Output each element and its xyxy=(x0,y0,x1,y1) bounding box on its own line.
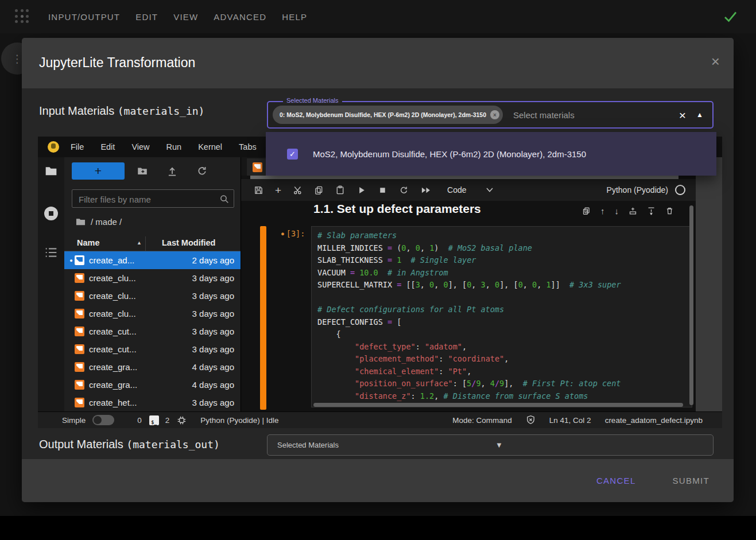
submit-button[interactable]: SUBMIT xyxy=(669,475,713,486)
file-row[interactable]: create_clu...3 days ago xyxy=(64,269,241,287)
code-line: # Slab parameters xyxy=(317,230,686,242)
file-row[interactable]: create_gra...4 days ago xyxy=(64,358,241,376)
code-cell[interactable]: # Slab parametersMILLER_INDICES = (0, 0,… xyxy=(311,226,692,407)
input-materials-label: Input Materials (materials_in) xyxy=(39,104,204,118)
jupyter-menu-run[interactable]: Run xyxy=(166,142,182,151)
duplicate-cell-icon[interactable] xyxy=(582,207,591,215)
jupyterlite-transformation-dialog: JupyterLite Transformation × Input Mater… xyxy=(22,38,734,502)
file-row[interactable]: create_clu...3 days ago xyxy=(64,305,241,323)
horizontal-scrollbar[interactable] xyxy=(313,403,683,407)
breadcrumb[interactable]: / made / xyxy=(76,217,122,227)
run-icon[interactable] xyxy=(356,185,366,195)
notebook-file-icon xyxy=(75,291,84,301)
stop-icon[interactable] xyxy=(378,185,387,195)
cut-icon[interactable] xyxy=(293,185,303,195)
file-row[interactable]: create_cut...3 days ago xyxy=(64,340,241,358)
notebook-file-icon xyxy=(75,273,84,283)
insert-cell-below-icon[interactable] xyxy=(647,207,656,215)
filter-files-input[interactable] xyxy=(77,191,218,207)
running-dot-icon: ● xyxy=(68,258,75,263)
notebook-file-icon xyxy=(75,398,84,407)
screen: INPUT/OUTPUTEDITVIEWADVANCEDHELP ⋮ Jupyt… xyxy=(0,0,756,540)
terminal-icon[interactable]: $_ xyxy=(149,415,159,425)
file-browser-icon[interactable] xyxy=(44,164,58,178)
move-cell-down-icon[interactable]: ↓ xyxy=(615,207,619,215)
jupyter-menu-edit[interactable]: Edit xyxy=(100,142,115,151)
kernel-status-text[interactable]: Python (Pyodide) | Idle xyxy=(200,416,278,425)
jupyter-menu-kernel[interactable]: Kernel xyxy=(198,142,222,151)
refresh-icon[interactable] xyxy=(196,165,208,177)
table-of-contents-icon[interactable] xyxy=(44,246,58,259)
file-list-header: Name ▲ Last Modified xyxy=(64,236,241,251)
paste-icon[interactable] xyxy=(335,185,345,195)
notebook-file-icon xyxy=(75,362,84,372)
output-materials-select[interactable]: Selected Materials ▼ xyxy=(267,434,714,456)
chevron-down-icon xyxy=(486,188,493,192)
new-folder-icon[interactable] xyxy=(137,165,148,177)
file-name: create_gra... xyxy=(89,380,192,390)
upload-icon[interactable] xyxy=(166,165,178,177)
move-cell-up-icon[interactable]: ↑ xyxy=(600,207,605,215)
notebook-file-icon xyxy=(75,255,84,265)
kernels-count[interactable]: 2 xyxy=(165,416,170,425)
jupyter-menu-view[interactable]: View xyxy=(131,142,149,151)
code-line: # Defect configurations for all Pt atoms xyxy=(317,304,686,316)
file-row[interactable]: create_het...3 days ago xyxy=(64,394,241,411)
chip-delete-icon[interactable]: × xyxy=(490,110,499,119)
material-option-label[interactable]: MoS2, Molybdenum Disulfide, HEX (P-6m2) … xyxy=(313,149,586,159)
save-icon[interactable] xyxy=(254,185,263,195)
check-icon[interactable] xyxy=(723,10,738,23)
dialog-title: JupyterLite Transformation xyxy=(39,55,195,71)
file-row[interactable]: create_gra...4 days ago xyxy=(64,376,241,394)
column-name[interactable]: Name xyxy=(77,238,100,247)
unsaved-dot-icon: ● xyxy=(281,231,284,236)
simple-mode-toggle[interactable] xyxy=(92,415,114,425)
collapse-icon[interactable]: ▲ xyxy=(696,111,703,119)
close-icon[interactable]: × xyxy=(711,54,720,69)
app-menu-input-output[interactable]: INPUT/OUTPUT xyxy=(48,12,120,22)
cell-type-select[interactable]: Code xyxy=(447,185,493,195)
insert-cell-above-icon[interactable] xyxy=(629,207,637,215)
new-launcher-button[interactable]: + xyxy=(72,162,125,180)
add-cell-icon[interactable]: + xyxy=(275,185,281,195)
materials-select-field[interactable]: 0: MoS2, Molybdenum Disulfide, HEX (P-6m… xyxy=(267,101,714,129)
kernel-name[interactable]: Python (Pyodide) xyxy=(607,185,685,195)
restart-run-all-icon[interactable] xyxy=(420,185,432,195)
file-row[interactable]: create_cut...3 days ago xyxy=(64,323,241,340)
kernel-chip-icon[interactable] xyxy=(177,415,187,425)
cursor-position[interactable]: Ln 41, Col 2 xyxy=(549,416,591,425)
cancel-button[interactable]: CANCEL xyxy=(593,475,639,486)
material-checkbox[interactable]: ✓ xyxy=(287,149,298,160)
code-line: "chemical_element": "Pt", xyxy=(317,366,686,378)
app-menu-view[interactable]: VIEW xyxy=(173,12,198,22)
file-row[interactable]: create_clu...3 days ago xyxy=(64,287,241,305)
jupyter-menu-tabs[interactable]: Tabs xyxy=(239,142,257,151)
file-name: create_het... xyxy=(89,398,192,407)
trust-shield-icon[interactable] xyxy=(526,415,536,425)
delete-cell-icon[interactable] xyxy=(665,207,674,215)
notebook-file-icon xyxy=(75,344,84,354)
copy-icon[interactable] xyxy=(314,185,324,195)
code-line: "defect_type": "adatom", xyxy=(317,341,686,353)
cell-collapser[interactable] xyxy=(260,226,266,410)
jupyter-menu-file[interactable]: File xyxy=(71,142,84,151)
running-kernels-icon[interactable] xyxy=(44,207,58,220)
app-menu-edit[interactable]: EDIT xyxy=(135,12,158,22)
vertical-scrollbar[interactable] xyxy=(689,205,693,405)
app-menubar: INPUT/OUTPUTEDITVIEWADVANCEDHELP xyxy=(0,0,756,33)
file-modified: 3 days ago xyxy=(192,344,241,354)
column-last-modified[interactable]: Last Modified xyxy=(162,238,215,247)
file-name: create_ad... xyxy=(89,255,192,265)
app-logo-icon[interactable] xyxy=(15,9,30,24)
terminals-count[interactable]: 0 xyxy=(137,416,142,425)
file-modified: 4 days ago xyxy=(192,362,241,372)
restart-kernel-icon[interactable] xyxy=(399,185,409,195)
search-icon xyxy=(219,194,230,204)
cell-prompt: ● [3]: xyxy=(281,229,305,238)
clear-selection-icon[interactable]: × xyxy=(679,109,686,121)
code-line: "placement_method": "coordinate", xyxy=(317,353,686,366)
app-menu-advanced[interactable]: ADVANCED xyxy=(214,12,266,22)
app-menu-help[interactable]: HELP xyxy=(282,12,307,22)
file-row[interactable]: ●create_ad...2 days ago xyxy=(64,251,241,269)
material-chip[interactable]: 0: MoS2, Molybdenum Disulfide, HEX (P-6m… xyxy=(273,106,503,124)
